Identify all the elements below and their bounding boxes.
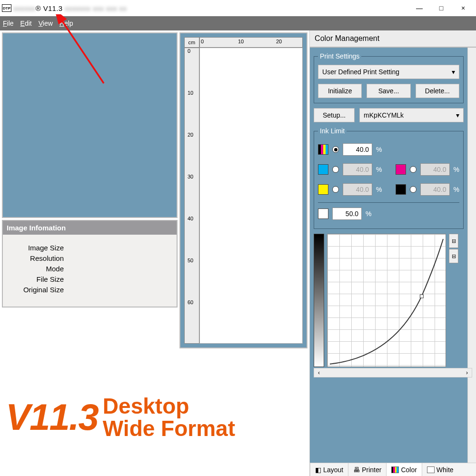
cyan-radio[interactable] xyxy=(332,166,339,173)
cyan-swatch xyxy=(318,164,328,175)
preview-pane[interactable] xyxy=(2,32,178,218)
scroll-right-icon[interactable]: › xyxy=(462,369,472,376)
setup-button[interactable]: Setup... xyxy=(314,108,355,122)
window-close-button[interactable]: × xyxy=(452,0,474,16)
image-info-heading: Image Infomation xyxy=(3,221,177,235)
menu-bar: File Edit View Help xyxy=(0,16,476,30)
print-settings-group: Print Settings User Defined Print Settin… xyxy=(314,52,464,103)
left-column: Image Infomation Image Size Resolution M… xyxy=(0,30,178,476)
title-blur1: xxxxxx xyxy=(13,4,36,12)
scroll-left-icon[interactable]: ‹ xyxy=(314,369,324,376)
total-ink-swatch xyxy=(318,144,328,155)
workspace: Image Infomation Image Size Resolution M… xyxy=(0,30,476,476)
magenta-radio[interactable] xyxy=(410,166,416,173)
cyan-input[interactable]: 40.0 xyxy=(343,163,372,176)
app-badge: DTP xyxy=(2,4,11,12)
black-radio[interactable] xyxy=(410,186,416,193)
print-preset-select[interactable]: User Defined Print Setting ▾ xyxy=(318,65,459,79)
panel-title: Color Management xyxy=(310,30,476,48)
tab-white[interactable]: White xyxy=(422,463,458,476)
svg-rect-1 xyxy=(420,295,424,298)
profile-select[interactable]: mKpKCYMLk ▾ xyxy=(359,108,464,122)
panel-scrollbar[interactable] xyxy=(467,48,476,463)
tab-color[interactable]: Color xyxy=(386,463,421,476)
curve-hscroll[interactable]: ‹ › xyxy=(314,368,472,377)
title-bar: DTP xxxxxx ® V11.3 xxxxxxx xxx xxx xx — … xyxy=(0,0,476,16)
ink-limit-group: Ink Limit 40.0 % 40.0 % xyxy=(314,127,464,229)
imginfo-mode: Mode xyxy=(7,265,64,273)
bottom-tabbar: ◧Layout 🖶Printer Color White xyxy=(310,463,476,476)
tab-printer[interactable]: 🖶Printer xyxy=(348,463,386,476)
white-swatch xyxy=(318,208,328,219)
white-icon xyxy=(427,466,435,473)
chevron-down-icon: ▾ xyxy=(456,111,459,119)
delete-button[interactable]: Delete... xyxy=(416,84,459,98)
black-input[interactable]: 40.0 xyxy=(420,183,450,196)
chevron-down-icon: ▾ xyxy=(452,68,455,76)
save-button[interactable]: Save... xyxy=(367,84,410,98)
total-ink-input[interactable]: 40.0 xyxy=(343,143,372,156)
canvas-area: cm 0 10 20 0 10 20 30 40 50 60 xyxy=(179,32,307,348)
yellow-input[interactable]: 40.0 xyxy=(343,183,372,196)
imginfo-filesize: File Size xyxy=(7,275,64,283)
curve-lock-bottom[interactable]: ⊟ xyxy=(449,249,458,263)
window-maximize-button[interactable]: □ xyxy=(430,0,452,16)
window-minimize-button[interactable]: — xyxy=(408,0,430,16)
layout-canvas[interactable] xyxy=(199,48,303,344)
ruler-vertical[interactable]: 0 10 20 30 40 50 60 xyxy=(184,48,199,344)
yellow-swatch xyxy=(318,184,328,195)
menu-view[interactable]: View xyxy=(39,20,53,27)
magenta-input[interactable]: 40.0 xyxy=(420,163,450,176)
title-version: ® V11.3 xyxy=(36,4,63,12)
tab-layout[interactable]: ◧Layout xyxy=(310,463,348,476)
white-ink-input[interactable]: 50.0 xyxy=(332,208,362,220)
tone-curve[interactable] xyxy=(327,234,446,367)
imginfo-resolution: Resolution xyxy=(7,254,64,262)
color-icon xyxy=(391,466,399,473)
total-ink-radio[interactable] xyxy=(332,146,339,153)
ruler-unit-label: cm xyxy=(184,37,199,48)
imginfo-imagesize: Image Size xyxy=(7,244,64,252)
imginfo-originalsize: Original Size xyxy=(7,286,64,294)
curve-editor: ⊟ ⊟ xyxy=(314,234,464,367)
gradient-bar[interactable] xyxy=(314,234,324,367)
title-blur2: xxxxxxx xxx xxx xx xyxy=(62,4,127,12)
initialize-button[interactable]: Initialize xyxy=(318,84,362,98)
ink-limit-legend: Ink Limit xyxy=(318,127,347,135)
ruler-horizontal[interactable]: 0 10 20 xyxy=(199,37,303,48)
layout-icon: ◧ xyxy=(315,466,321,474)
menu-file[interactable]: File xyxy=(3,20,14,27)
menu-help[interactable]: Help xyxy=(60,20,73,27)
black-swatch xyxy=(396,184,406,195)
menu-edit[interactable]: Edit xyxy=(20,20,32,27)
yellow-radio[interactable] xyxy=(332,186,339,193)
printer-icon: 🖶 xyxy=(353,466,360,474)
curve-lock-top[interactable]: ⊟ xyxy=(449,234,458,248)
print-settings-legend: Print Settings xyxy=(318,52,361,60)
magenta-swatch xyxy=(396,164,406,175)
right-panel: Color Management Print Settings User Def… xyxy=(309,30,476,476)
image-info-panel: Image Infomation Image Size Resolution M… xyxy=(2,220,178,307)
panel-body: Print Settings User Defined Print Settin… xyxy=(310,48,476,463)
